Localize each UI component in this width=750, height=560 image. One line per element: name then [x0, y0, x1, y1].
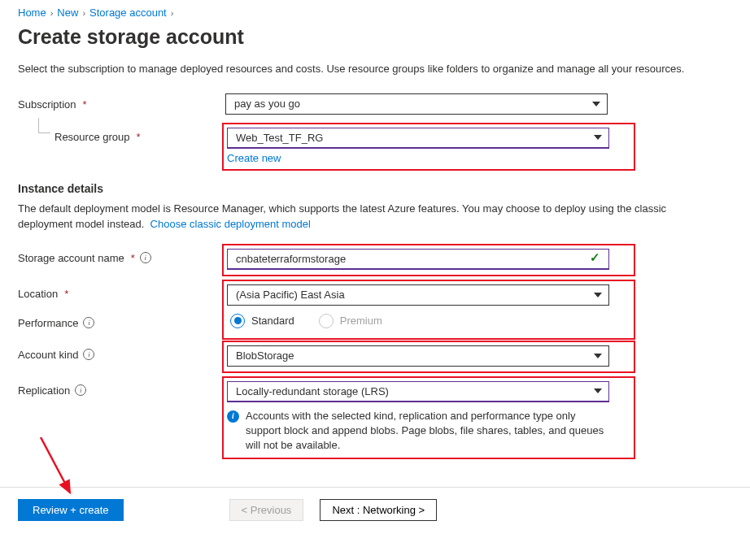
row-account-kind: Account kind i BlobStorage — [18, 344, 732, 368]
row-storage-name: Storage account name * i cnbateterraform… — [18, 247, 732, 271]
instance-details-desc: The default deployment model is Resource… — [18, 202, 709, 232]
replication-info-text: Accounts with the selected kind, replica… — [246, 409, 609, 454]
chevron-right-icon: › — [171, 8, 174, 18]
instance-details-heading: Instance details — [18, 182, 732, 195]
instance-details-text: The default deployment model is Resource… — [18, 202, 666, 230]
subscription-value: pay as you go — [234, 98, 300, 110]
chevron-down-icon — [594, 354, 602, 358]
intro-text: Select the subscription to manage deploy… — [18, 62, 709, 77]
choose-classic-link[interactable]: Choose classic deployment model — [150, 218, 311, 230]
radio-checked-icon — [230, 314, 245, 328]
chevron-down-icon — [594, 389, 602, 393]
required-icon: * — [137, 131, 141, 143]
row-performance: Performance i Standard Premium — [18, 312, 732, 329]
label-replication: Replication — [18, 384, 70, 397]
account-kind-value: BlobStorage — [236, 349, 294, 362]
highlight-box: Web_Test_TF_RG Create new — [222, 123, 635, 171]
required-icon: * — [64, 288, 68, 300]
row-replication: Replication i Locally-redundant storage … — [18, 380, 732, 455]
breadcrumb-new[interactable]: New — [57, 7, 78, 19]
account-kind-select[interactable]: BlobStorage — [227, 345, 609, 367]
breadcrumb: Home › New › Storage account › — [0, 0, 750, 20]
next-button[interactable]: Next : Networking > — [320, 499, 437, 521]
chevron-down-icon — [592, 102, 600, 106]
info-icon[interactable]: i — [83, 349, 94, 360]
breadcrumb-storage-account[interactable]: Storage account — [89, 7, 167, 19]
info-icon[interactable]: i — [75, 384, 86, 396]
highlight-box: Locally-redundant storage (LRS) i Accoun… — [222, 376, 635, 460]
check-icon: ✓ — [590, 250, 600, 265]
storage-name-value: cnbateterraformstorage — [236, 253, 346, 265]
location-select[interactable]: (Asia Pacific) East Asia — [227, 284, 609, 306]
label-performance: Performance — [18, 317, 78, 329]
label-location: Location — [18, 288, 58, 300]
row-resource-group: Resource group * Web_Test_TF_RG Create n… — [18, 126, 732, 166]
performance-premium-radio: Premium — [319, 314, 382, 328]
label-subscription: Subscription — [18, 98, 76, 111]
subscription-select[interactable]: pay as you go — [225, 93, 608, 115]
label-resource-group: Resource group — [55, 131, 130, 143]
info-icon[interactable]: i — [83, 317, 94, 328]
page-title: Create storage account — [0, 20, 750, 62]
label-account-kind: Account kind — [18, 349, 78, 361]
performance-radios: Standard Premium — [230, 312, 632, 328]
highlight-box: cnbateterraformstorage ✓ — [222, 244, 635, 276]
resource-group-select[interactable]: Web_Test_TF_RG — [227, 128, 609, 149]
previous-button[interactable]: < Previous — [229, 499, 304, 521]
label-storage-name: Storage account name — [18, 252, 124, 264]
info-icon[interactable]: i — [140, 252, 151, 263]
performance-standard-radio[interactable]: Standard — [230, 314, 294, 328]
resource-group-value: Web_Test_TF_RG — [236, 132, 323, 144]
replication-info: i Accounts with the selected kind, repli… — [227, 409, 609, 454]
replication-value: Locally-redundant storage (LRS) — [236, 385, 389, 397]
required-icon: * — [83, 98, 87, 111]
chevron-right-icon: › — [82, 8, 85, 18]
breadcrumb-home[interactable]: Home — [18, 7, 46, 19]
row-subscription: Subscription * pay as you go — [18, 93, 732, 115]
required-icon: * — [131, 252, 135, 264]
radio-disabled-icon — [319, 314, 334, 328]
location-value: (Asia Pacific) East Asia — [236, 289, 345, 301]
footer-bar: Review + create < Previous Next : Networ… — [0, 487, 750, 532]
chevron-down-icon — [594, 293, 602, 297]
chevron-right-icon: › — [50, 8, 54, 18]
highlight-box: BlobStorage — [222, 341, 635, 373]
replication-select[interactable]: Locally-redundant storage (LRS) — [227, 381, 609, 402]
review-create-button[interactable]: Review + create — [18, 499, 124, 521]
highlight-box: (Asia Pacific) East Asia — [222, 280, 635, 340]
info-circle-icon: i — [227, 410, 239, 423]
radio-label-standard: Standard — [251, 315, 294, 327]
create-new-link[interactable]: Create new — [227, 152, 281, 164]
chevron-down-icon — [594, 135, 602, 140]
radio-label-premium: Premium — [340, 315, 382, 327]
storage-account-name-input[interactable]: cnbateterraformstorage ✓ — [227, 249, 609, 270]
